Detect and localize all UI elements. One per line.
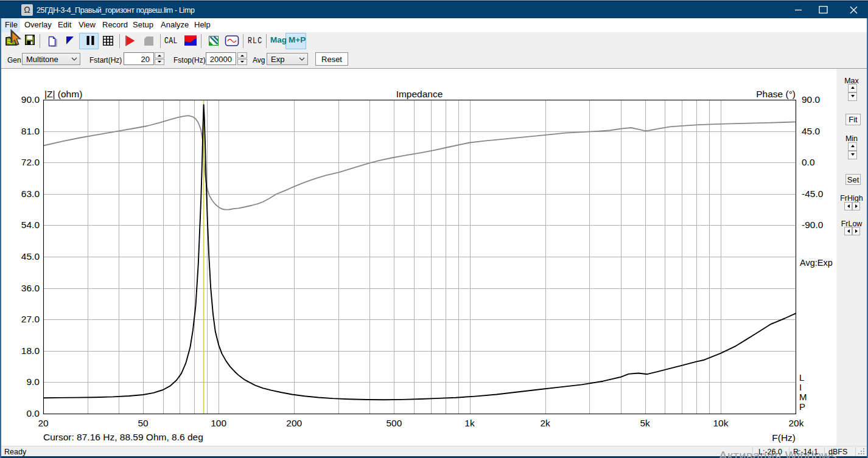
svg-text:P: P [799, 401, 805, 412]
svg-text:90.0: 90.0 [21, 94, 40, 105]
svg-text:0.0: 0.0 [26, 408, 40, 418]
svg-text:F(Hz): F(Hz) [772, 432, 796, 443]
svg-text:2k: 2k [541, 418, 551, 428]
svg-text:-90.0: -90.0 [802, 220, 824, 230]
svg-text:45.0: 45.0 [21, 251, 40, 262]
svg-text:500: 500 [386, 418, 402, 428]
svg-text:27.0: 27.0 [21, 314, 40, 324]
svg-text:200: 200 [286, 418, 302, 428]
svg-text:|Z| (ohm): |Z| (ohm) [44, 89, 82, 99]
svg-text:45.0: 45.0 [802, 126, 821, 136]
svg-text:36.0: 36.0 [21, 283, 40, 293]
svg-text:9.0: 9.0 [26, 376, 40, 387]
svg-text:I: I [799, 382, 802, 392]
svg-text:L: L [799, 372, 804, 383]
svg-text:18.0: 18.0 [21, 345, 40, 356]
svg-text:-45.0: -45.0 [802, 189, 824, 199]
svg-text:5k: 5k [640, 418, 651, 428]
svg-text:Cursor: 87.16 Hz, 88.59 Ohm, 8: Cursor: 87.16 Hz, 88.59 Ohm, 8.6 deg [43, 432, 203, 442]
svg-text:100: 100 [211, 418, 226, 428]
svg-text:90.0: 90.0 [802, 94, 821, 105]
svg-text:Phase (°): Phase (°) [756, 89, 796, 99]
svg-text:72.0: 72.0 [21, 157, 40, 167]
svg-text:63.0: 63.0 [21, 189, 40, 199]
svg-text:81.0: 81.0 [21, 126, 40, 136]
svg-text:0.0: 0.0 [802, 157, 815, 167]
svg-text:M: M [799, 392, 807, 402]
svg-text:10k: 10k [713, 418, 728, 428]
svg-text:Avg:Exp: Avg:Exp [800, 258, 833, 268]
svg-text:54.0: 54.0 [21, 220, 40, 230]
svg-text:20: 20 [38, 418, 49, 428]
svg-text:Impedance: Impedance [396, 89, 443, 99]
svg-text:50: 50 [138, 418, 149, 428]
svg-text:20k: 20k [789, 418, 804, 428]
svg-text:1k: 1k [464, 418, 475, 428]
